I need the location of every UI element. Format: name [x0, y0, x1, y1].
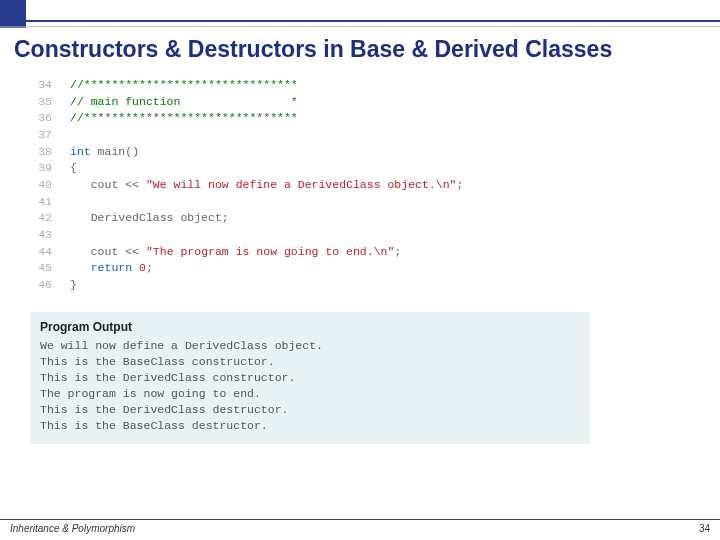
line-number: 35	[30, 94, 70, 111]
footer: Inheritance & Polymorphism 34	[0, 519, 720, 534]
page-title: Constructors & Destructors in Base & Der…	[0, 32, 720, 71]
code-line: 35// main function *	[30, 94, 463, 111]
header-square	[0, 0, 26, 26]
line-number: 40	[30, 177, 70, 194]
page-number: 34	[699, 523, 710, 534]
code-line: 43	[30, 227, 463, 244]
code-area: 34//*******************************35// …	[0, 71, 720, 294]
line-number: 36	[30, 110, 70, 127]
code-line: 37	[30, 127, 463, 144]
line-number: 38	[30, 144, 70, 161]
line-number: 39	[30, 160, 70, 177]
code-text: DerivedClass object;	[70, 210, 463, 227]
code-line: 46}	[30, 277, 463, 294]
line-number: 41	[30, 194, 70, 211]
output-text: We will now define a DerivedClass object…	[40, 338, 580, 435]
code-text	[70, 227, 463, 244]
code-text: //*******************************	[70, 110, 463, 127]
code-text: int main()	[70, 144, 463, 161]
code-text: cout << "The program is now going to end…	[70, 244, 463, 261]
code-line: 38int main()	[30, 144, 463, 161]
code-line: 42 DerivedClass object;	[30, 210, 463, 227]
code-text: {	[70, 160, 463, 177]
line-number: 37	[30, 127, 70, 144]
line-number: 43	[30, 227, 70, 244]
code-line: 34//*******************************	[30, 77, 463, 94]
code-line: 39{	[30, 160, 463, 177]
code-line: 45 return 0;	[30, 260, 463, 277]
code-line: 41	[30, 194, 463, 211]
line-number: 42	[30, 210, 70, 227]
header-subline	[0, 26, 720, 32]
code-text: cout << "We will now define a DerivedCla…	[70, 177, 463, 194]
code-line: 44 cout << "The program is now going to …	[30, 244, 463, 261]
line-number: 46	[30, 277, 70, 294]
code-text: return 0;	[70, 260, 463, 277]
code-line: 36//*******************************	[30, 110, 463, 127]
header-line	[26, 20, 720, 22]
code-text	[70, 127, 463, 144]
header-decoration	[0, 0, 720, 26]
code-text: // main function *	[70, 94, 463, 111]
line-number: 44	[30, 244, 70, 261]
line-number: 45	[30, 260, 70, 277]
line-number: 34	[30, 77, 70, 94]
program-output-box: Program Output We will now define a Deri…	[30, 312, 590, 445]
code-text: //*******************************	[70, 77, 463, 94]
code-block: 34//*******************************35// …	[30, 77, 463, 294]
output-heading: Program Output	[40, 320, 580, 334]
code-text: }	[70, 277, 463, 294]
code-text	[70, 194, 463, 211]
code-line: 40 cout << "We will now define a Derived…	[30, 177, 463, 194]
footer-topic: Inheritance & Polymorphism	[10, 523, 135, 534]
